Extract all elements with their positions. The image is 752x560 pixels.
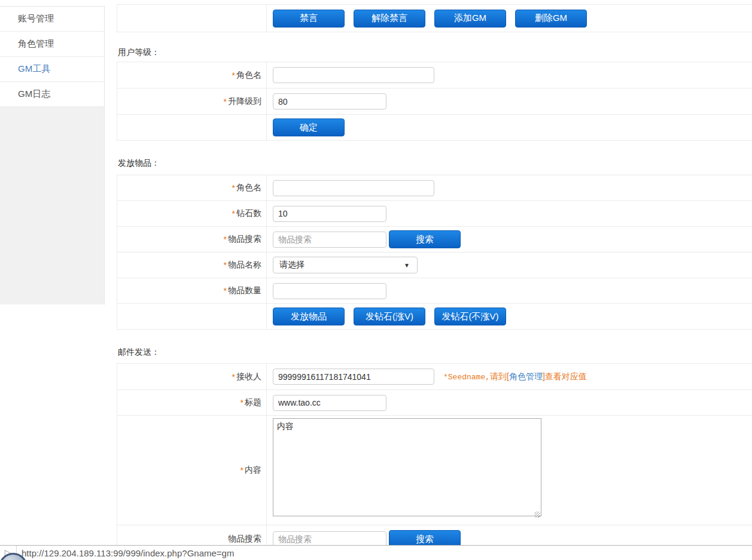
required-mark: *: [240, 465, 243, 475]
receiver-note: *Seedname,请到[角色管理]查看对应值: [443, 372, 587, 382]
form-row: *接收人 *Seedname,请到[角色管理]查看对应值: [117, 364, 752, 390]
item-count-label: *物品数量: [117, 278, 267, 303]
item-count-input[interactable]: [273, 283, 386, 299]
status-url: http://129.204.189.113:99/999/index.php?…: [22, 548, 234, 558]
give-buttons-cell: 发放物品 发钻石(涨V) 发钻石(不涨V): [267, 304, 752, 329]
subject-input[interactable]: [273, 395, 386, 411]
receiver-input[interactable]: [273, 369, 434, 385]
form-row: *升降级到: [117, 89, 752, 115]
required-mark: *: [232, 183, 235, 193]
role-name-input[interactable]: [273, 67, 434, 83]
remove-gm-button[interactable]: 删除GM: [515, 10, 587, 28]
level-label: *升降级到: [117, 89, 267, 114]
required-mark: *: [232, 372, 235, 382]
item-name-field-cell: 请选择 ▼: [267, 252, 752, 278]
content-field-cell: 内容: [267, 416, 752, 525]
required-mark: *: [232, 71, 235, 80]
item-search-label: *物品搜索: [117, 227, 267, 252]
empty-label: [117, 115, 267, 140]
confirm-button[interactable]: 确定: [273, 118, 345, 136]
seedname-note: *Seedname,: [443, 373, 490, 382]
receiver-field-cell: *Seedname,请到[角色管理]查看对应值: [267, 364, 752, 389]
required-mark: *: [224, 260, 227, 270]
gm-admin-page: 账号管理 角色管理 GM工具 GM日志 禁言 解除禁言 添加GM 删除GM 用户…: [0, 0, 752, 560]
form-row: *物品数量: [117, 278, 752, 304]
required-mark: *: [224, 235, 227, 244]
mail-table: *接收人 *Seedname,请到[角色管理]查看对应值 *标题 *内容 内容 …: [117, 363, 752, 553]
add-gm-button[interactable]: 添加GM: [434, 10, 506, 28]
required-mark: *: [224, 286, 227, 296]
diamond-count-input[interactable]: [273, 206, 386, 222]
form-row: *角色名: [117, 62, 752, 89]
give-role-label: *角色名: [117, 175, 267, 200]
sidebar-filler: [0, 107, 104, 305]
item-search-input[interactable]: [273, 232, 386, 248]
sidebar-item-gm-tools[interactable]: GM工具: [0, 57, 104, 82]
sidebar-item-label: 账号管理: [18, 13, 54, 25]
role-manage-link[interactable]: 角色管理: [509, 372, 543, 381]
content-label: *内容: [117, 416, 267, 525]
send-diamond-v-button[interactable]: 发钻石(涨V): [354, 308, 425, 325]
item-name-label: *物品名称: [117, 252, 267, 278]
form-row: 发放物品 发钻石(涨V) 发钻石(不涨V): [117, 304, 752, 330]
sidebar-item-account-manage[interactable]: 账号管理: [0, 7, 104, 32]
form-row: *角色名: [117, 175, 752, 201]
sidebar-item-label: GM工具: [18, 63, 50, 75]
confirm-field-cell: 确定: [267, 115, 752, 140]
level-input[interactable]: [273, 93, 386, 109]
give-role-field-cell: [267, 175, 752, 200]
item-search-field-cell: 搜索: [267, 227, 752, 252]
receiver-label: *接收人: [117, 364, 267, 389]
form-row: *内容 内容: [117, 416, 752, 525]
sidebar-item-label: 角色管理: [18, 38, 54, 50]
role-name-label: *角色名: [117, 62, 267, 88]
sidebar-item-label: GM日志: [18, 89, 50, 100]
subject-label: *标题: [117, 390, 267, 415]
section-title-mail: 邮件发送：: [118, 347, 160, 358]
actions-row-field: 禁言 解除禁言 添加GM 删除GM: [267, 5, 752, 32]
user-level-table: *角色名 *升降级到 确定: [117, 62, 752, 141]
item-name-select[interactable]: 请选择 ▼: [273, 257, 418, 273]
select-value: 请选择: [279, 260, 305, 270]
resize-handle-icon[interactable]: [534, 512, 540, 518]
status-bar: ▷ http://129.204.189.113:99/999/index.ph…: [0, 545, 752, 560]
section-title-user-level: 用户等级：: [118, 47, 160, 58]
unmute-button[interactable]: 解除禁言: [354, 10, 425, 28]
required-mark: *: [224, 97, 227, 106]
gm-actions-table: 禁言 解除禁言 添加GM 删除GM: [117, 4, 752, 32]
diamond-count-label: *钻石数: [117, 201, 267, 226]
role-name-field-cell: [267, 62, 752, 88]
send-items-button[interactable]: 发放物品: [273, 308, 345, 325]
level-field-cell: [267, 89, 752, 114]
actions-row-label: [117, 5, 267, 32]
mute-button[interactable]: 禁言: [273, 10, 345, 28]
form-row: 确定: [117, 115, 752, 141]
form-row: *物品搜索 搜索: [117, 227, 752, 252]
sidebar-item-gm-log[interactable]: GM日志: [0, 82, 104, 107]
required-mark: *: [240, 398, 243, 407]
item-count-field-cell: [267, 278, 752, 303]
form-row: *物品名称 请选择 ▼: [117, 252, 752, 278]
content-textarea-wrap: 内容: [273, 418, 541, 519]
give-items-table: *角色名 *钻石数 *物品搜索 搜索 *物品名称 请选择 ▼: [117, 175, 752, 330]
empty-label: [117, 304, 267, 329]
required-mark: *: [232, 209, 235, 218]
send-diamond-nov-button[interactable]: 发钻石(不涨V): [434, 308, 506, 325]
subject-field-cell: [267, 390, 752, 415]
sidebar: 账号管理 角色管理 GM工具 GM日志: [0, 6, 105, 305]
actions-row: 禁言 解除禁言 添加GM 删除GM: [117, 5, 752, 32]
item-search-button[interactable]: 搜索: [389, 230, 461, 248]
diamond-field-cell: [267, 201, 752, 226]
sidebar-item-role-manage[interactable]: 角色管理: [0, 32, 104, 57]
chevron-down-icon: ▼: [404, 262, 410, 269]
form-row: *钻石数: [117, 201, 752, 227]
section-title-give-items: 发放物品：: [118, 158, 160, 169]
content-textarea[interactable]: 内容: [273, 418, 541, 516]
give-role-input[interactable]: [273, 180, 434, 196]
form-row: *标题: [117, 390, 752, 416]
